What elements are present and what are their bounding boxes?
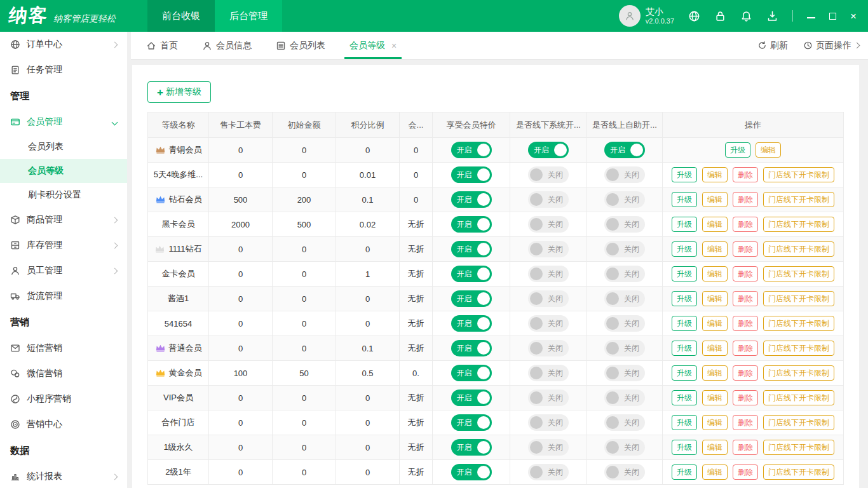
edit-button[interactable]: 编辑 <box>702 167 728 182</box>
toggle-on[interactable]: 开启 <box>451 365 492 381</box>
toggle-on[interactable]: 开启 <box>451 439 492 456</box>
sidebar-item-8[interactable]: 库存管理 <box>0 233 127 258</box>
delete-button[interactable]: 删除 <box>733 167 758 182</box>
toggle-on[interactable]: 开启 <box>451 464 492 480</box>
nav-front-cashier[interactable]: 前台收银 <box>147 0 215 32</box>
toggle-on[interactable]: 开启 <box>451 191 492 208</box>
limit-button[interactable]: 门店线下开卡限制 <box>763 291 834 306</box>
sidebar-item-15[interactable]: 营销中心 <box>0 412 127 437</box>
limit-button[interactable]: 门店线下开卡限制 <box>763 167 834 182</box>
delete-button[interactable]: 删除 <box>733 390 758 405</box>
edit-button[interactable]: 编辑 <box>702 365 728 381</box>
upgrade-button[interactable]: 升级 <box>672 415 697 430</box>
sidebar-item-7[interactable]: 商品管理 <box>0 207 127 233</box>
minimize-button[interactable] <box>807 13 815 18</box>
toggle-on[interactable]: 开启 <box>451 390 492 406</box>
edit-button[interactable]: 编辑 <box>702 217 728 232</box>
limit-button[interactable]: 门店线下开卡限制 <box>763 390 834 405</box>
refresh-button[interactable]: 刷新 <box>757 40 788 51</box>
download-icon[interactable] <box>766 10 778 22</box>
delete-button[interactable]: 删除 <box>733 291 758 306</box>
toggle-off[interactable]: 关闭 <box>528 464 569 480</box>
toggle-off[interactable]: 关闭 <box>528 166 569 183</box>
user-box[interactable]: 艾小 v2.0.0.37 <box>619 5 674 27</box>
toggle-off[interactable]: 关闭 <box>604 166 645 183</box>
toggle-off[interactable]: 关闭 <box>528 340 569 356</box>
toggle-off[interactable]: 关闭 <box>528 414 569 431</box>
lock-icon[interactable] <box>714 10 726 22</box>
toggle-on[interactable]: 开启 <box>451 315 492 332</box>
edit-button[interactable]: 编辑 <box>702 266 728 281</box>
sidebar-item-12[interactable]: 短信营销 <box>0 336 127 361</box>
limit-button[interactable]: 门店线下开卡限制 <box>763 464 834 480</box>
delete-button[interactable]: 删除 <box>733 341 758 356</box>
sidebar-item-10[interactable]: 货流管理 <box>0 283 127 309</box>
upgrade-button[interactable]: 升级 <box>672 341 697 356</box>
toggle-off[interactable]: 关闭 <box>604 315 645 332</box>
delete-button[interactable]: 删除 <box>733 241 758 257</box>
limit-button[interactable]: 门店线下开卡限制 <box>763 217 834 232</box>
tab-3[interactable]: 会员等级× <box>349 32 397 59</box>
delete-button[interactable]: 删除 <box>733 365 758 381</box>
bell-icon[interactable] <box>740 10 752 22</box>
delete-button[interactable]: 删除 <box>733 192 758 207</box>
toggle-on[interactable]: 开启 <box>604 142 645 158</box>
edit-button[interactable]: 编辑 <box>702 291 728 306</box>
edit-button[interactable]: 编辑 <box>702 341 728 356</box>
tab-2[interactable]: 会员列表 <box>276 32 325 59</box>
upgrade-button[interactable]: 升级 <box>672 266 697 281</box>
user-avatar[interactable] <box>619 5 641 27</box>
toggle-on[interactable]: 开启 <box>451 216 492 233</box>
upgrade-button[interactable]: 升级 <box>672 217 697 232</box>
toggle-off[interactable]: 关闭 <box>528 315 569 332</box>
upgrade-button[interactable]: 升级 <box>672 365 697 381</box>
toggle-off[interactable]: 关闭 <box>604 390 645 406</box>
delete-button[interactable]: 删除 <box>733 316 758 331</box>
toggle-off[interactable]: 关闭 <box>528 191 569 208</box>
toggle-off[interactable]: 关闭 <box>528 266 569 282</box>
limit-button[interactable]: 门店线下开卡限制 <box>763 241 834 257</box>
toggle-off[interactable]: 关闭 <box>528 439 569 456</box>
edit-button[interactable]: 编辑 <box>702 415 728 430</box>
sidebar-item-9[interactable]: 员工管理 <box>0 258 127 283</box>
tab-0[interactable]: 首页 <box>146 32 178 59</box>
limit-button[interactable]: 门店线下开卡限制 <box>763 440 834 455</box>
edit-button[interactable]: 编辑 <box>702 464 728 480</box>
toggle-on[interactable]: 开启 <box>451 166 492 183</box>
toggle-on[interactable]: 开启 <box>451 142 492 158</box>
sidebar-item-14[interactable]: 小程序营销 <box>0 386 127 412</box>
toggle-off[interactable]: 关闭 <box>528 216 569 233</box>
edit-button[interactable]: 编辑 <box>702 390 728 405</box>
toggle-off[interactable]: 关闭 <box>604 340 645 356</box>
edit-button[interactable]: 编辑 <box>702 316 728 331</box>
upgrade-button[interactable]: 升级 <box>672 440 697 455</box>
toggle-off[interactable]: 关闭 <box>528 365 569 381</box>
toggle-off[interactable]: 关闭 <box>604 191 645 208</box>
tab-close-icon[interactable]: × <box>391 41 397 51</box>
toggle-off[interactable]: 关闭 <box>528 241 569 257</box>
nav-backend-admin[interactable]: 后台管理 <box>215 0 282 32</box>
upgrade-button[interactable]: 升级 <box>672 316 697 331</box>
toggle-off[interactable]: 关闭 <box>604 365 645 381</box>
edit-button[interactable]: 编辑 <box>702 241 728 257</box>
sidebar-item-3[interactable]: 会员管理 <box>0 109 127 135</box>
toggle-on[interactable]: 开启 <box>528 142 569 158</box>
toggle-off[interactable]: 关闭 <box>604 241 645 257</box>
upgrade-button[interactable]: 升级 <box>672 241 697 257</box>
close-button[interactable]: × <box>850 11 857 22</box>
limit-button[interactable]: 门店线下开卡限制 <box>763 341 834 356</box>
delete-button[interactable]: 删除 <box>733 440 758 455</box>
toggle-off[interactable]: 关闭 <box>604 464 645 480</box>
toggle-on[interactable]: 开启 <box>451 241 492 257</box>
tab-1[interactable]: 会员信息 <box>202 32 252 59</box>
browser-globe-icon[interactable] <box>688 10 700 22</box>
edit-button[interactable]: 编辑 <box>702 192 728 207</box>
delete-button[interactable]: 删除 <box>733 217 758 232</box>
delete-button[interactable]: 删除 <box>733 464 758 480</box>
sidebar-item-17[interactable]: 统计报表 <box>0 464 127 488</box>
upgrade-button[interactable]: 升级 <box>672 291 697 306</box>
toggle-off[interactable]: 关闭 <box>604 290 645 307</box>
sidebar-item-13[interactable]: 微信营销 <box>0 361 127 386</box>
limit-button[interactable]: 门店线下开卡限制 <box>763 415 834 430</box>
page-operations-button[interactable]: 页面操作 <box>803 40 859 51</box>
